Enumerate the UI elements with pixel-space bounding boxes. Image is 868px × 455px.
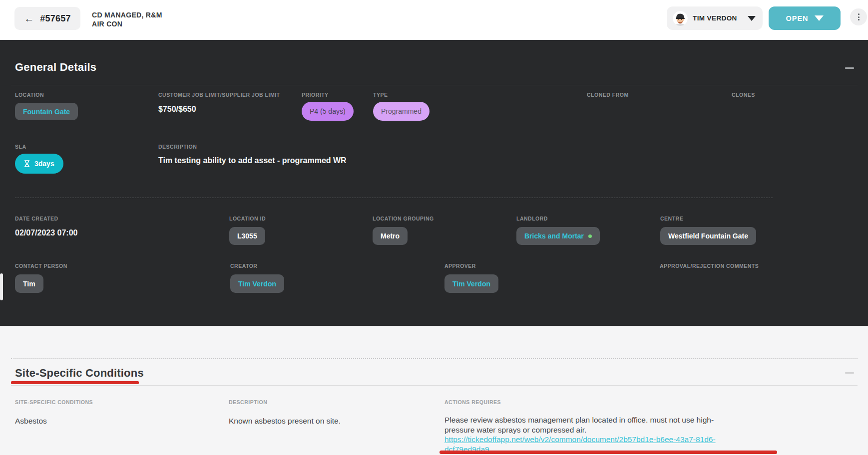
location-id-label: LOCATION ID — [229, 216, 266, 222]
ticket-id: #57657 — [40, 13, 70, 24]
general-details-heading: General Details — [15, 61, 96, 74]
date-created-label: DATE CREATED — [15, 216, 58, 222]
priority-chip: P4 (5 days) — [302, 102, 354, 121]
kebab-dot — [858, 16, 860, 18]
site-conditions-value: Asbestos — [15, 417, 47, 426]
section-divider — [11, 85, 858, 85]
type-label: TYPE — [373, 92, 388, 98]
creator-label: CREATOR — [230, 263, 257, 269]
landlord-label: LANDLORD — [516, 216, 548, 222]
approver-chip[interactable]: Tim Verdon — [444, 274, 498, 293]
landlord-chip[interactable]: Bricks and Mortar — [516, 227, 600, 245]
general-details-section — [0, 40, 868, 326]
status-dot-icon — [588, 234, 592, 238]
site-conditions-heading: Site-Specific Conditions — [15, 367, 144, 380]
clones-label: CLONES — [732, 92, 755, 98]
scroll-indicator[interactable] — [0, 273, 3, 300]
landlord-value: Bricks and Mortar — [524, 232, 584, 240]
back-arrow-icon: ← — [24, 13, 34, 23]
kebab-dot — [858, 13, 860, 15]
kebab-dot — [858, 19, 860, 20]
contact-person-chip: Tim — [15, 274, 43, 293]
sla-chip: 3days — [15, 154, 63, 174]
top-bar: ← #57657 CD MANAGED, R&M AIR CON TIM VER… — [0, 0, 868, 40]
site-conditions-section — [0, 326, 868, 455]
job-limit-label: CUSTOMER JOB LIMIT/SUPPLIER JOB LIMIT — [158, 92, 280, 98]
approval-comments-label: APPROVAL/REJECTION COMMENTS — [660, 263, 759, 269]
description-label: DESCRIPTION — [158, 144, 197, 150]
avatar — [673, 11, 688, 26]
description-value: Tim testing ability to add asset - progr… — [158, 156, 347, 165]
dashed-divider — [15, 198, 773, 198]
site-conditions-label: SITE-SPECIFIC CONDITIONS — [15, 399, 93, 405]
collapse-site-conditions-button[interactable] — [845, 372, 854, 374]
back-button[interactable]: ← #57657 — [14, 7, 80, 30]
work-order-title-line2: AIR CON — [92, 19, 162, 28]
sla-value: 3days — [34, 160, 54, 168]
location-chip[interactable]: Fountain Gate — [15, 103, 78, 120]
status-dropdown-button[interactable]: OPEN — [769, 6, 841, 30]
contact-person-label: CONTACT PERSON — [15, 263, 67, 269]
location-grouping-label: LOCATION GROUPING — [373, 216, 434, 222]
annotation-line — [439, 451, 777, 454]
job-limit-value: $750/$650 — [158, 105, 196, 114]
section-divider — [11, 385, 858, 386]
location-label: LOCATION — [15, 92, 44, 98]
creator-chip[interactable]: Tim Verdon — [230, 274, 284, 293]
collapse-general-details-button[interactable] — [845, 67, 854, 69]
approver-label: APPROVER — [444, 263, 476, 269]
chevron-down-icon — [815, 15, 824, 21]
site-description-value: Known asbestos present on site. — [229, 417, 341, 426]
work-order-title-line1: CD MANAGED, R&M — [92, 10, 162, 19]
hourglass-icon — [24, 160, 30, 167]
type-chip: Programmed — [373, 102, 430, 121]
kebab-menu-button[interactable] — [850, 8, 867, 25]
sla-label: SLA — [15, 144, 26, 150]
location-id-chip: L3055 — [229, 227, 265, 245]
status-label: OPEN — [786, 14, 808, 22]
priority-label: PRIORITY — [302, 92, 329, 98]
cloned-from-label: CLONED FROM — [587, 92, 629, 98]
actions-requires-label: ACTIONS REQUIRES — [444, 399, 501, 405]
work-order-title: CD MANAGED, R&M AIR CON — [92, 10, 162, 28]
actions-text: Please review asbestos management plan l… — [444, 416, 714, 434]
date-created-value: 02/07/2023 07:00 — [15, 228, 77, 237]
location-grouping-chip: Metro — [373, 227, 408, 245]
annotation-underline — [11, 381, 139, 384]
assignee-dropdown[interactable]: TIM VERDON — [667, 6, 763, 30]
centre-chip: Westfield Fountain Gate — [660, 227, 756, 245]
dotted-divider — [11, 358, 858, 359]
site-description-label: DESCRIPTION — [229, 399, 267, 405]
centre-label: CENTRE — [660, 216, 683, 222]
actions-requires-value: Please review asbestos management plan l… — [444, 415, 718, 454]
chevron-down-icon — [748, 16, 756, 21]
assignee-name: TIM VERDON — [693, 14, 743, 22]
